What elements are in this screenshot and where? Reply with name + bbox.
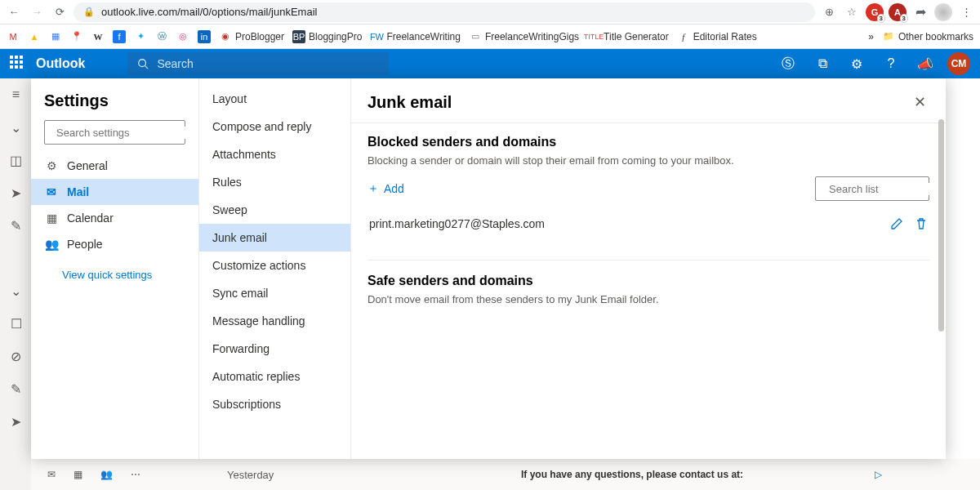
bookmark-drive[interactable]: ▲ (28, 30, 41, 43)
rail-sent-icon[interactable]: ➤ (8, 185, 24, 201)
search-settings-box[interactable] (44, 120, 185, 145)
peek-mail-icon[interactable]: ✉ (47, 469, 56, 480)
search-blocked-list[interactable] (815, 176, 929, 201)
rail-chevron-icon[interactable]: ⌄ (8, 119, 24, 136)
bookmark-wordpress[interactable]: ⓦ (155, 30, 168, 43)
rail-archive-icon[interactable]: ☐ (8, 315, 24, 332)
back-button[interactable]: ← (5, 3, 23, 21)
url-text: outlook.live.com/mail/0/options/mail/jun… (101, 6, 317, 18)
add-tab-icon[interactable]: ⊕ (820, 3, 838, 21)
rail-menu-icon[interactable]: ≡ (8, 87, 24, 103)
bookmark-maps[interactable]: 📍 (70, 30, 83, 43)
bookmark-docs[interactable]: ▦ (49, 30, 62, 43)
bookmark-bloggingpro[interactable]: BPBloggingPro (292, 30, 362, 43)
blocked-entry: print.marketing0277@Staples.com (368, 212, 929, 235)
search-settings-input[interactable] (56, 127, 194, 139)
outlook-brand: Outlook (36, 56, 85, 71)
sub-sync-email[interactable]: Sync email (199, 279, 350, 307)
settings-panel: Settings ⚙General ✉Mail ▦Calendar 👥Peopl… (31, 78, 946, 459)
delete-entry-icon[interactable] (915, 217, 928, 230)
rail-inbox-icon[interactable]: ◫ (8, 152, 24, 168)
safe-senders-description: Don't move email from these senders to m… (368, 293, 929, 305)
sub-rules[interactable]: Rules (199, 168, 350, 196)
rail-chevron2-icon[interactable]: ⌄ (8, 283, 24, 299)
other-bookmarks[interactable]: 📁Other bookmarks (882, 30, 973, 43)
settings-title: Settings (31, 91, 198, 120)
bookmark-facebook[interactable]: f (113, 30, 126, 43)
bookmark-overflow[interactable]: » (868, 31, 874, 42)
calendar-icon: ▦ (44, 212, 59, 225)
outlook-search[interactable] (127, 52, 389, 75)
category-general[interactable]: ⚙General (31, 153, 198, 179)
svg-point-0 (139, 60, 146, 67)
sub-forwarding[interactable]: Forwarding (199, 335, 350, 363)
bookmark-instagram[interactable]: ◎ (176, 30, 189, 43)
svg-line-1 (145, 66, 149, 69)
sub-sweep[interactable]: Sweep (199, 196, 350, 224)
rail-drafts-icon[interactable]: ✎ (8, 217, 24, 234)
bookmark-gmail[interactable]: M (7, 30, 20, 43)
rail-blocked-icon[interactable]: ⊘ (8, 348, 24, 364)
peek-yesterday-label: Yesterday (227, 469, 274, 481)
sub-message-handling[interactable]: Message handling (199, 307, 350, 335)
outlook-search-input[interactable] (157, 57, 379, 70)
extension-1-icon[interactable]: G3 (866, 3, 884, 21)
bookmark-wikipedia[interactable]: W (91, 30, 105, 43)
safe-senders-heading: Safe senders and domains (368, 274, 929, 288)
section-divider (368, 260, 929, 261)
background-peek: ✉ ▦ 👥 ⋯ Yesterday If you have any questi… (31, 459, 980, 490)
address-bar[interactable]: 🔒 outlook.live.com/mail/0/options/mail/j… (74, 2, 815, 22)
sub-customize-actions[interactable]: Customize actions (199, 252, 350, 279)
category-mail[interactable]: ✉Mail (31, 179, 198, 205)
settings-detail-column: Junk email ✕ Blocked senders and domains… (351, 78, 946, 459)
view-quick-settings-link[interactable]: View quick settings (31, 257, 198, 281)
search-blocked-input[interactable] (829, 183, 946, 195)
profile-avatar[interactable] (934, 3, 952, 21)
sub-subscriptions[interactable]: Subscriptions (199, 390, 350, 418)
outlook-header: Outlook Ⓢ ⧉ ⚙ ? 📣 CM (0, 49, 980, 78)
sub-automatic-replies[interactable]: Automatic replies (199, 363, 350, 390)
bookmark-titlegenerator[interactable]: TITLETitle Generator (587, 30, 669, 43)
reload-button[interactable]: ⟳ (51, 3, 69, 21)
people-icon: 👥 (44, 238, 59, 251)
bookmark-bar: M ▲ ▦ 📍 W f ✦ ⓦ ◎ in ◉ProBlogger BPBlogg… (0, 24, 980, 49)
sub-junk-email[interactable]: Junk email (199, 224, 350, 252)
skype-icon[interactable]: Ⓢ (776, 51, 800, 76)
megaphone-icon[interactable]: 📣 (913, 51, 938, 76)
user-avatar[interactable]: CM (947, 52, 970, 75)
sub-layout[interactable]: Layout (199, 85, 350, 113)
bookmark-editorialrates[interactable]: fEditorial Rates (677, 30, 757, 43)
settings-categories-column: Settings ⚙General ✉Mail ▦Calendar 👥Peopl… (31, 78, 199, 459)
blocked-senders-description: Blocking a sender or domain will stop th… (368, 154, 929, 167)
teams-icon[interactable]: ⧉ (810, 51, 835, 76)
add-blocked-button[interactable]: ＋ Add (368, 181, 404, 196)
peek-calendar-icon[interactable]: ▦ (74, 469, 82, 480)
extension-2-icon[interactable]: A3 (889, 3, 906, 21)
peek-play-icon[interactable]: ▷ (875, 469, 882, 480)
mail-icon: ✉ (44, 185, 59, 198)
peek-more-icon[interactable]: ⋯ (131, 469, 140, 480)
rail-notes-icon[interactable]: ✎ (8, 381, 24, 397)
scrollbar[interactable] (938, 119, 944, 332)
edit-entry-icon[interactable] (890, 217, 903, 230)
settings-gear-icon[interactable]: ⚙ (844, 51, 869, 76)
sub-attachments[interactable]: Attachments (199, 140, 350, 168)
help-icon[interactable]: ? (879, 51, 903, 76)
bookmark-freelancewriting[interactable]: FWFreelanceWriting (370, 30, 460, 43)
search-icon (137, 58, 149, 69)
bookmark-twitter[interactable]: ✦ (134, 30, 147, 43)
share-icon[interactable]: ➦ (911, 3, 929, 21)
bookmark-freelancewritinggigs[interactable]: ▭FreelanceWritingGigs (469, 30, 579, 43)
bookmark-problogger[interactable]: ◉ProBlogger (219, 30, 284, 43)
sub-compose[interactable]: Compose and reply (199, 113, 350, 140)
bookmark-linkedin[interactable]: in (198, 30, 211, 43)
category-calendar[interactable]: ▦Calendar (31, 205, 198, 231)
app-launcher-icon[interactable] (10, 56, 26, 72)
peek-people-icon[interactable]: 👥 (100, 469, 113, 480)
close-button[interactable]: ✕ (911, 90, 929, 114)
forward-button[interactable]: → (28, 3, 46, 21)
category-people[interactable]: 👥People (31, 231, 198, 257)
rail-send2-icon[interactable]: ➤ (8, 413, 24, 430)
chrome-menu-icon[interactable]: ⋮ (957, 3, 975, 21)
star-icon[interactable]: ☆ (843, 3, 861, 21)
